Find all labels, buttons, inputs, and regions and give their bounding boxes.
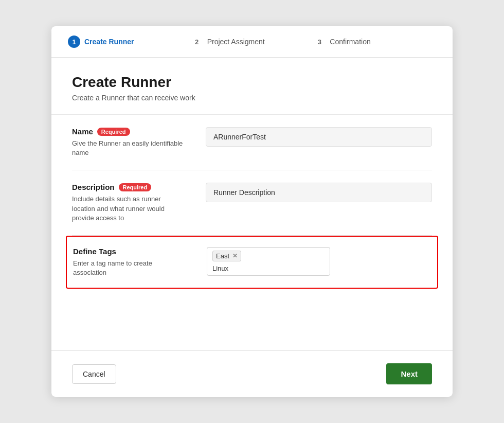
step-2-number: 2	[191, 36, 203, 48]
description-label: Description	[72, 183, 115, 191]
description-row: Description Required Include details suc…	[72, 170, 432, 236]
name-row: Name Required Give the Runner an easily …	[72, 115, 432, 170]
step-create-runner[interactable]: 1 Create Runner	[68, 36, 191, 48]
name-input[interactable]	[206, 127, 432, 147]
description-required-badge: Required	[119, 183, 152, 191]
page-title: Create Runner	[72, 74, 432, 91]
tag-east-remove[interactable]: ✕	[232, 252, 238, 259]
step-3-label: Confirmation	[330, 38, 370, 46]
step-1-label: Create Runner	[84, 38, 134, 46]
name-label: Name	[72, 127, 93, 136]
cancel-button[interactable]: Cancel	[72, 364, 116, 384]
tag-east-label: East	[216, 252, 229, 260]
name-required-badge: Required	[97, 128, 130, 136]
form-area: Name Required Give the Runner an easily …	[51, 115, 453, 350]
description-description: Include details such as runner location …	[72, 195, 185, 223]
step-project-assignment[interactable]: 2 Project Assigment	[191, 36, 314, 48]
stepper: 1 Create Runner 2 Project Assigment 3 Co…	[51, 26, 453, 58]
tags-row: Define Tags Enter a tag name to create a…	[66, 236, 438, 289]
tag-chip-east: East ✕	[212, 251, 241, 261]
tags-description: Enter a tag name to create association	[73, 259, 186, 277]
tags-label-col: Define Tags Enter a tag name to create a…	[73, 247, 186, 277]
step-2-label: Project Assigment	[207, 38, 265, 46]
tag-text-input[interactable]	[212, 265, 299, 272]
footer: Cancel Next	[51, 350, 453, 397]
step-3-number: 3	[313, 36, 326, 48]
create-runner-modal: 1 Create Runner 2 Project Assigment 3 Co…	[51, 26, 453, 397]
tags-label-row: Define Tags	[73, 247, 186, 256]
step-confirmation[interactable]: 3 Confirmation	[313, 36, 436, 48]
tags-label: Define Tags	[73, 247, 116, 256]
name-description: Give the Runner an easily identifiable n…	[72, 139, 185, 157]
tags-input-wrapper[interactable]: East ✕	[207, 247, 330, 276]
name-label-row: Name Required	[72, 127, 185, 136]
tags-input-col: East ✕	[207, 247, 431, 276]
description-input-col	[206, 183, 432, 202]
page-subtitle: Create a Runner that can receive work	[72, 94, 432, 102]
description-label-col: Description Required Include details suc…	[72, 183, 185, 223]
next-button[interactable]: Next	[386, 363, 432, 384]
name-input-col	[206, 127, 432, 147]
name-label-col: Name Required Give the Runner an easily …	[72, 127, 185, 157]
description-input[interactable]	[206, 183, 432, 202]
step-1-number: 1	[68, 36, 80, 48]
description-label-row: Description Required	[72, 183, 185, 191]
content-header: Create Runner Create a Runner that can r…	[51, 58, 453, 115]
